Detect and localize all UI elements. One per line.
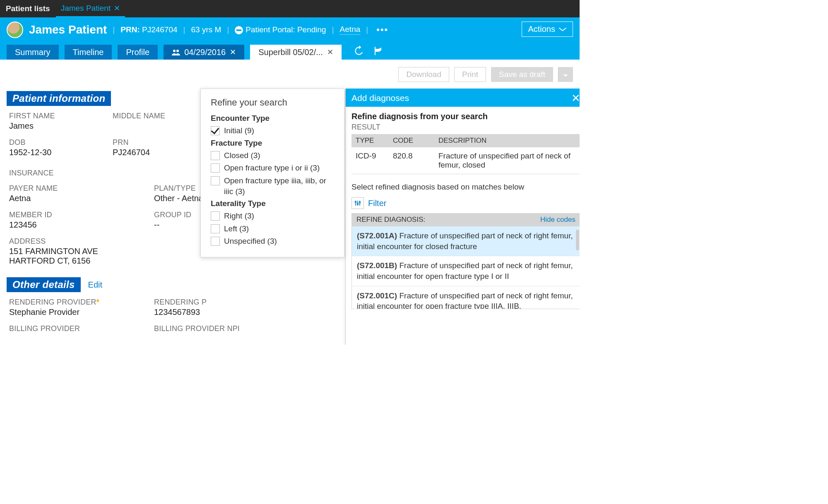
open-patient-tab-label: James Patient (61, 4, 111, 13)
patient-info-section-title: Patient information (7, 91, 111, 106)
portal-status-label: Patient Portal: Pending (246, 25, 326, 34)
payer-name-value: Aetna (9, 194, 142, 203)
actions-label: Actions (528, 24, 555, 34)
billing-provider-label: BILLING PROVIDER (9, 324, 142, 333)
checkbox-label: Initial (9) (224, 125, 254, 136)
first-name-label: FIRST NAME (9, 112, 100, 120)
diagnosis-list: (S72.001A) Fracture of unspecified part … (351, 226, 580, 309)
checkbox-fracture-closed[interactable]: Closed (3) (211, 150, 334, 161)
download-button[interactable]: Download (398, 67, 449, 82)
close-icon[interactable]: ✕ (114, 4, 120, 13)
divider: | (332, 25, 334, 34)
avatar[interactable] (7, 22, 23, 38)
minus-circle-icon (235, 26, 243, 34)
checkbox-laterality-right[interactable]: Right (3) (211, 211, 334, 221)
dx-code: (S72.001C) (357, 291, 397, 300)
close-icon[interactable]: ✕ (230, 48, 236, 57)
checkbox-icon (211, 151, 220, 160)
list-item[interactable]: (S72.001A) Fracture of unspecified part … (352, 226, 580, 256)
filter-link[interactable]: Filter (368, 199, 386, 208)
encounter-type-title: Encounter Type (211, 114, 334, 123)
tab-superbill[interactable]: Superbill 05/02/... ✕ (250, 45, 342, 60)
save-draft-dropdown[interactable] (558, 67, 573, 82)
divider: | (113, 25, 115, 34)
col-description: DESCRIPTION (434, 134, 580, 147)
panel-title: Add diagnoses (351, 93, 409, 103)
close-icon[interactable]: ✕ (571, 93, 580, 103)
refine-search-title: Refine your search (211, 97, 334, 108)
chevron-down-icon (563, 74, 568, 77)
col-type: TYPE (351, 134, 389, 147)
laterality-type-title: Laterality Type (211, 199, 334, 208)
more-menu-icon[interactable]: ••• (374, 24, 391, 35)
checkbox-fracture-open-i-ii[interactable]: Open fracture type i or ii (3) (211, 163, 334, 173)
cell-type: ICD-9 (351, 147, 389, 174)
col-code: CODE (389, 134, 434, 147)
checkbox-label: Unspecified (3) (224, 236, 277, 247)
actions-button[interactable]: Actions (522, 22, 573, 37)
svg-point-3 (357, 203, 358, 204)
checkbox-encounter-initial[interactable]: Initial (9) (211, 125, 334, 136)
portal-status[interactable]: Patient Portal: Pending (235, 25, 326, 34)
cell-code: 820.8 (389, 147, 434, 174)
insurance-link[interactable]: Aetna (340, 25, 361, 35)
middle-name-value (113, 121, 195, 131)
tab-timeline[interactable]: Timeline (65, 45, 112, 60)
member-id-value: 123456 (9, 220, 142, 230)
tab-profile[interactable]: Profile (118, 45, 158, 60)
chevron-down-icon (558, 27, 567, 31)
prn-group: PRN: PJ246704 (120, 25, 177, 34)
divider: | (183, 25, 185, 34)
save-draft-button[interactable]: Save as draft (491, 67, 553, 82)
tab-encounter-date[interactable]: 04/29/2016 ✕ (164, 45, 244, 60)
checkbox-icon (211, 126, 220, 135)
member-id-label: MEMBER ID (9, 211, 142, 219)
billing-provider-npi-label: BILLING PROVIDER NPI (154, 324, 262, 333)
list-item[interactable]: (S72.001B) Fracture of unspecified part … (352, 256, 580, 286)
hide-codes-link[interactable]: Hide codes (540, 216, 575, 224)
add-diagnoses-panel: Add diagnoses ✕ Refine diagnosis from yo… (345, 89, 580, 345)
svg-point-4 (359, 202, 360, 203)
rendering-provider-value: Stephanie Provider (9, 307, 142, 317)
checkbox-icon (211, 176, 220, 185)
address-line2: HARTFORD CT, 6156 (9, 256, 142, 266)
open-patient-tab[interactable]: James Patient ✕ (56, 0, 125, 17)
fracture-type-title: Fracture Type (211, 139, 334, 148)
list-item[interactable]: (S72.001C) Fracture of unspecified part … (352, 286, 580, 309)
first-name-value: James (9, 121, 100, 131)
close-icon[interactable]: ✕ (327, 48, 333, 57)
svg-point-0 (173, 50, 176, 52)
refine-search-popover: Refine your search Encounter Type Initia… (200, 89, 344, 257)
scrollbar[interactable] (576, 230, 579, 250)
print-button[interactable]: Print (454, 67, 486, 82)
prn-label: PRN: (120, 25, 140, 34)
checkbox-label: Closed (3) (224, 150, 260, 161)
panel-subtitle: Refine diagnosis from your search (351, 112, 580, 121)
svg-point-1 (176, 50, 179, 52)
svg-point-2 (355, 201, 356, 202)
flag-icon[interactable] (373, 46, 383, 56)
payer-name-label: PAYER NAME (9, 184, 142, 193)
dx-code: (S72.001A) (357, 231, 397, 240)
history-icon[interactable] (353, 46, 364, 56)
divider: | (366, 25, 368, 34)
table-row[interactable]: ICD-9 820.8 Fracture of unspecified part… (351, 147, 580, 174)
tab-summary[interactable]: Summary (7, 45, 59, 60)
other-details-section-title: Other details (7, 277, 81, 292)
checkbox-icon (211, 163, 220, 173)
dob-value: 1952-12-30 (9, 148, 100, 157)
rendering-provider-npi-value: 1234567893 (154, 307, 262, 317)
checkbox-icon (211, 237, 220, 246)
dob-label: DOB (9, 138, 100, 147)
checkbox-laterality-left[interactable]: Left (3) (211, 223, 334, 234)
checkbox-label: Right (3) (224, 211, 254, 221)
checkbox-label: Open fracture type i or ii (3) (224, 163, 320, 173)
dx-code: (S72.001B) (357, 261, 397, 270)
patient-lists-tab[interactable]: Patient lists (0, 0, 56, 17)
result-label: RESULT (351, 123, 580, 132)
checkbox-fracture-open-iii[interactable]: Open fracture type iiia, iiib, or iiic (… (211, 175, 334, 197)
edit-link[interactable]: Edit (88, 280, 102, 290)
rendering-provider-label: RENDERING PROVIDER* (9, 298, 142, 307)
checkbox-laterality-unspecified[interactable]: Unspecified (3) (211, 236, 334, 247)
filter-button[interactable] (351, 197, 364, 209)
